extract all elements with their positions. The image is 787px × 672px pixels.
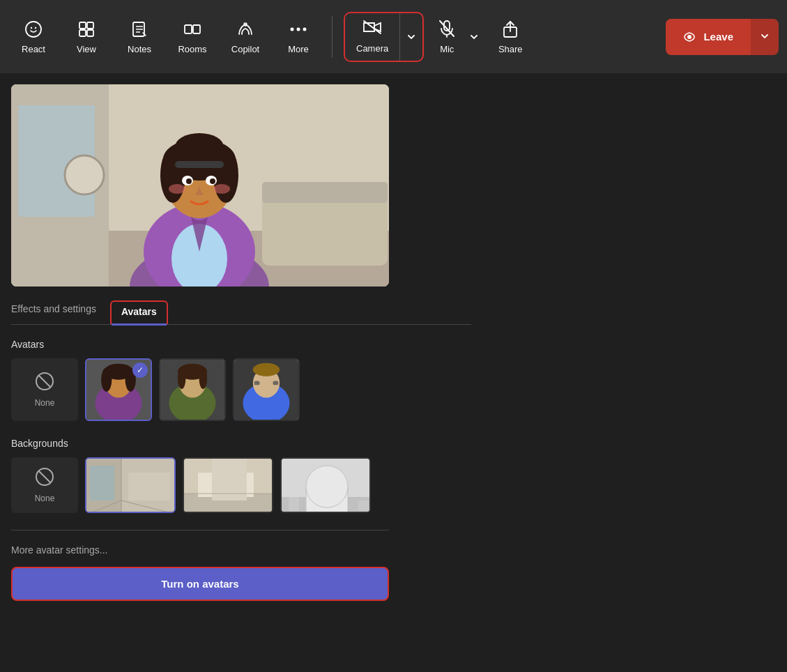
react-icon	[23, 19, 44, 40]
svg-point-84	[306, 466, 348, 507]
avatars-tab[interactable]: Avatars	[110, 300, 168, 324]
mic-chevron-button[interactable]	[466, 9, 482, 65]
svg-point-45	[210, 178, 215, 184]
mic-toggle-button[interactable]: Mic	[429, 9, 464, 65]
svg-line-49	[39, 376, 50, 387]
svg-point-1	[31, 27, 32, 29]
avatar-card-1[interactable]: ✓	[85, 358, 152, 421]
turn-on-avatars-button[interactable]: Turn on avatars	[11, 567, 389, 601]
svg-rect-29	[262, 196, 388, 266]
avatar-card-2[interactable]	[159, 358, 226, 421]
notes-icon	[129, 19, 150, 40]
svg-rect-3	[79, 22, 86, 29]
svg-point-17	[303, 28, 307, 31]
svg-point-23	[687, 35, 692, 39]
svg-point-54	[101, 367, 112, 392]
avatar-none-card[interactable]: None	[11, 358, 78, 421]
svg-point-0	[26, 22, 41, 37]
copilot-label: Copilot	[231, 44, 259, 54]
none-avatar-label: None	[35, 398, 55, 408]
bg-thumb-1	[86, 459, 174, 512]
svg-rect-85	[289, 497, 299, 511]
left-panel: Effects and settings Avatars Avatars Non…	[11, 84, 471, 601]
svg-rect-30	[262, 182, 388, 203]
more-avatar-settings-link[interactable]: More avatar settings...	[11, 544, 471, 556]
svg-rect-12	[193, 25, 200, 33]
backgrounds-section-title: Backgrounds	[11, 438, 471, 449]
svg-line-69	[39, 471, 50, 482]
camera-chevron-button[interactable]	[399, 13, 422, 61]
avatar-thumb-3	[234, 360, 298, 420]
copilot-button[interactable]: Copilot	[220, 9, 270, 65]
svg-point-16	[297, 28, 300, 31]
camera-off-icon	[362, 20, 382, 39]
none-bg-icon	[35, 467, 54, 491]
svg-rect-73	[128, 473, 170, 501]
view-label: View	[77, 44, 96, 54]
leave-button[interactable]: Leave	[666, 19, 750, 55]
react-label: React	[22, 44, 45, 54]
svg-point-46	[169, 184, 185, 194]
video-preview	[11, 84, 389, 287]
leave-chevron-button[interactable]	[750, 19, 779, 55]
svg-point-2	[35, 27, 36, 29]
svg-rect-41	[175, 161, 224, 168]
topbar: React View Notes	[0, 0, 787, 73]
svg-rect-67	[273, 381, 279, 385]
svg-rect-5	[79, 30, 86, 36]
avatar-card-3[interactable]	[233, 358, 300, 421]
avatar-preview-svg	[11, 84, 389, 287]
svg-rect-80	[212, 459, 247, 501]
view-icon	[76, 19, 97, 40]
camera-toggle-button[interactable]: Camera	[345, 13, 399, 61]
mic-muted-icon	[439, 20, 454, 40]
selected-checkmark: ✓	[132, 362, 148, 378]
leave-button-group: Leave	[666, 19, 779, 55]
mic-button-group: Mic	[429, 9, 482, 65]
bg-thumb-3	[282, 459, 369, 512]
svg-line-21	[440, 21, 454, 36]
svg-rect-6	[87, 30, 93, 36]
more-icon	[288, 19, 309, 40]
svg-point-31	[65, 155, 104, 194]
bg-card-2[interactable]	[183, 457, 273, 513]
mic-label: Mic	[440, 44, 454, 54]
share-button[interactable]: Share	[485, 9, 535, 65]
camera-button-group: Camera	[344, 12, 424, 62]
rooms-label: Rooms	[178, 44, 206, 54]
svg-point-60	[178, 367, 185, 389]
copilot-icon	[235, 19, 256, 40]
more-label: More	[288, 44, 309, 54]
effects-settings-tab[interactable]: Effects and settings	[11, 303, 96, 321]
bg-none-card[interactable]: None	[11, 457, 78, 513]
share-label: Share	[498, 44, 523, 54]
bg-card-3[interactable]	[280, 457, 371, 513]
svg-rect-66	[254, 381, 260, 385]
separator-1	[332, 16, 333, 58]
backgrounds-grid: None	[11, 457, 471, 513]
svg-rect-11	[185, 25, 192, 33]
bg-card-1[interactable]	[85, 457, 176, 513]
svg-point-47	[213, 184, 230, 194]
svg-rect-72	[90, 466, 114, 501]
avatars-section-title: Avatars	[11, 339, 471, 350]
svg-point-44	[186, 178, 192, 184]
notes-label: Notes	[128, 44, 151, 54]
more-button[interactable]: More	[273, 9, 323, 65]
divider	[11, 530, 389, 530]
rooms-button[interactable]: Rooms	[167, 9, 217, 65]
svg-point-40	[175, 133, 224, 161]
avatar-thumb-2	[160, 360, 224, 420]
svg-rect-86	[358, 501, 369, 511]
view-button[interactable]: View	[61, 9, 112, 65]
svg-point-61	[199, 367, 208, 389]
svg-rect-4	[87, 22, 93, 29]
tabs-area: Effects and settings Avatars	[11, 300, 471, 325]
main-content: Effects and settings Avatars Avatars Non…	[0, 73, 787, 612]
notes-button[interactable]: Notes	[114, 9, 165, 65]
leave-label: Leave	[703, 31, 733, 43]
svg-point-65	[253, 363, 280, 376]
avatar-grid: None ✓	[11, 358, 471, 421]
react-button[interactable]: React	[8, 9, 59, 65]
svg-point-15	[291, 28, 294, 31]
